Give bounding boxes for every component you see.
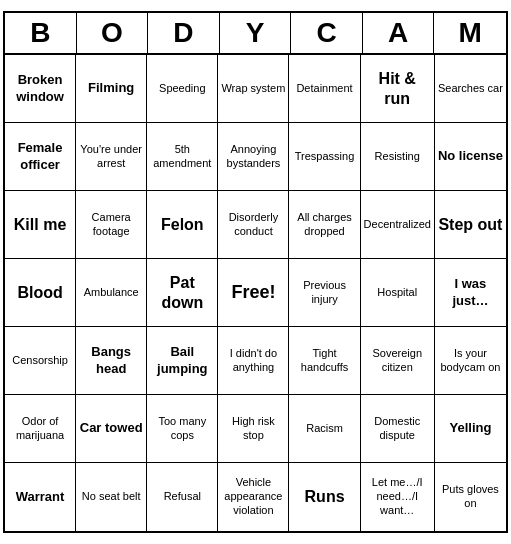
- cell-r0-c0: Broken window: [5, 55, 76, 123]
- cell-r0-c3: Wrap system: [218, 55, 289, 123]
- cell-r3-c1: Ambulance: [76, 259, 147, 327]
- cell-r0-c1: Filming: [76, 55, 147, 123]
- header-B: B: [5, 13, 77, 53]
- cell-r1-c6: No license: [435, 123, 506, 191]
- header-O: O: [77, 13, 149, 53]
- cell-r2-c4: All charges dropped: [289, 191, 360, 259]
- cell-r4-c0: Censorship: [5, 327, 76, 395]
- cell-r6-c6: Puts gloves on: [435, 463, 506, 531]
- grid: Broken windowFilmingSpeedingWrap systemD…: [5, 55, 506, 531]
- cell-r4-c4: Tight handcuffs: [289, 327, 360, 395]
- bingo-card: BODYCAM Broken windowFilmingSpeedingWrap…: [3, 11, 508, 533]
- cell-r6-c5: Let me…/I need…/I want…: [361, 463, 435, 531]
- cell-r5-c3: High risk stop: [218, 395, 289, 463]
- cell-r2-c1: Camera footage: [76, 191, 147, 259]
- cell-r4-c3: I didn't do anything: [218, 327, 289, 395]
- cell-r2-c3: Disorderly conduct: [218, 191, 289, 259]
- cell-r1-c4: Trespassing: [289, 123, 360, 191]
- cell-r5-c6: Yelling: [435, 395, 506, 463]
- cell-r1-c1: You're under arrest: [76, 123, 147, 191]
- cell-r5-c1: Car towed: [76, 395, 147, 463]
- cell-r5-c0: Odor of marijuana: [5, 395, 76, 463]
- header-M: M: [434, 13, 506, 53]
- cell-r0-c4: Detainment: [289, 55, 360, 123]
- cell-r3-c5: Hospital: [361, 259, 435, 327]
- cell-r4-c1: Bangs head: [76, 327, 147, 395]
- header-A: A: [363, 13, 435, 53]
- cell-r6-c1: No seat belt: [76, 463, 147, 531]
- cell-r3-c4: Previous injury: [289, 259, 360, 327]
- cell-r0-c2: Speeding: [147, 55, 218, 123]
- cell-r4-c5: Sovereign citizen: [361, 327, 435, 395]
- header-Y: Y: [220, 13, 292, 53]
- cell-r2-c2: Felon: [147, 191, 218, 259]
- cell-r6-c0: Warrant: [5, 463, 76, 531]
- cell-r2-c5: Decentralized: [361, 191, 435, 259]
- cell-r2-c0: Kill me: [5, 191, 76, 259]
- cell-r6-c4: Runs: [289, 463, 360, 531]
- cell-r1-c2: 5th amendment: [147, 123, 218, 191]
- cell-r0-c6: Searches car: [435, 55, 506, 123]
- cell-r4-c6: Is your bodycam on: [435, 327, 506, 395]
- cell-r0-c5: Hit & run: [361, 55, 435, 123]
- header-C: C: [291, 13, 363, 53]
- cell-r3-c3: Free!: [218, 259, 289, 327]
- cell-r3-c6: I was just…: [435, 259, 506, 327]
- cell-r1-c0: Female officer: [5, 123, 76, 191]
- header-row: BODYCAM: [5, 13, 506, 55]
- cell-r5-c5: Domestic dispute: [361, 395, 435, 463]
- cell-r5-c2: Too many cops: [147, 395, 218, 463]
- cell-r1-c5: Resisting: [361, 123, 435, 191]
- header-D: D: [148, 13, 220, 53]
- cell-r1-c3: Annoying bystanders: [218, 123, 289, 191]
- cell-r3-c2: Pat down: [147, 259, 218, 327]
- cell-r6-c2: Refusal: [147, 463, 218, 531]
- cell-r5-c4: Racism: [289, 395, 360, 463]
- cell-r2-c6: Step out: [435, 191, 506, 259]
- cell-r4-c2: Bail jumping: [147, 327, 218, 395]
- cell-r6-c3: Vehicle appearance violation: [218, 463, 289, 531]
- cell-r3-c0: Blood: [5, 259, 76, 327]
